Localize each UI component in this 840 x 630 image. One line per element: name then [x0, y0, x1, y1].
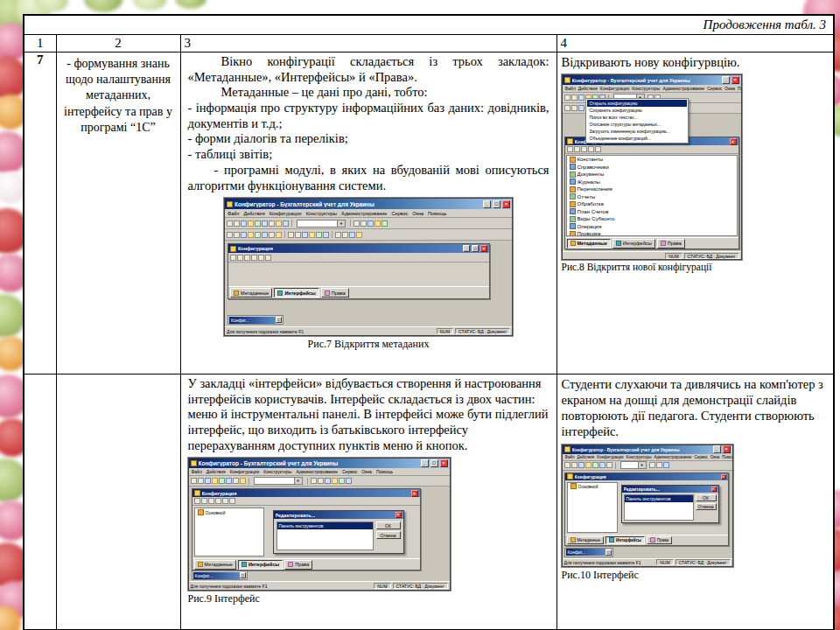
toolbar-icon	[309, 232, 315, 238]
toolbar-icon	[564, 462, 570, 468]
row8-content-cell: У закладці «інтерфейси» відбувається ств…	[180, 374, 556, 630]
close-icon: ×	[502, 200, 510, 208]
configuration-tabs: Метаданные Интерфейсы Права	[228, 286, 489, 298]
tree-item: Основной	[568, 483, 617, 491]
toolbar-icon	[222, 498, 228, 504]
status-db: СТАТУС: БД , Документ	[455, 328, 510, 334]
tab-metadata: Метаданные	[567, 536, 605, 544]
toolbar-icon	[251, 255, 257, 261]
toolbar-icon	[599, 462, 606, 468]
dialog-titlebar: Редактировать... ×	[622, 486, 718, 493]
tree-item: Документы	[567, 171, 737, 178]
paragraph: - таблиці звітів;	[188, 147, 550, 163]
interfaces-icon	[277, 290, 283, 296]
close-icon: ×	[730, 138, 737, 145]
child-window-title: Конфигурация	[238, 246, 461, 251]
toolbar-icon	[240, 478, 246, 484]
mdi-client-area: Конфигурация × Основной Редактировать...…	[563, 471, 732, 558]
child-window-body: Основной Редактировать... × Панель инстр…	[192, 506, 420, 558]
dialog-buttons: ОК Отмена	[376, 522, 401, 550]
toolbar-icon	[283, 220, 289, 227]
table-row-7: 7 - формування знань щодо налаштування м…	[24, 52, 834, 374]
status-num: NUM	[374, 583, 390, 589]
toolbar-icon	[234, 232, 240, 238]
toolbar-icon	[318, 478, 324, 484]
window-titlebar: Конфигуратор - Бухгалтерский учет для Ук…	[563, 445, 732, 454]
toolbar-icon	[208, 498, 214, 504]
toolbar-icon	[382, 220, 388, 227]
mdi-client-area: Открыть конфигурациюСохранить конфигурац…	[563, 114, 741, 251]
toolbar-icon	[325, 478, 331, 484]
dialog-body: Панель инструментов ОК Отмена	[274, 519, 403, 553]
toolbar-icon	[564, 94, 570, 101]
close-icon: ×	[711, 486, 717, 492]
toolbar-icon	[288, 232, 294, 238]
tab-metadata: Метаданные	[567, 239, 611, 248]
interface-tree: Основной	[194, 508, 264, 556]
menu-item: Файл	[228, 211, 240, 216]
toolbar-icon	[205, 478, 211, 484]
dropdown-menu-item: Поиск во всех текстах...	[587, 114, 687, 121]
ok-button: ОК	[696, 494, 717, 501]
child-window-toolbar	[192, 497, 420, 506]
toolbar-icon	[262, 220, 268, 227]
dialog-title: Редактировать...	[276, 513, 394, 518]
toolbar-icon	[323, 232, 329, 238]
menu-item: Администрирование	[341, 211, 387, 216]
toolbar-icon	[649, 462, 655, 468]
toolbar-icon	[215, 498, 221, 504]
tree-item: Проводка	[567, 230, 737, 236]
configuration-tabs: Метаданные Интерфейсы Права	[192, 558, 420, 570]
toolbar-icon	[227, 220, 233, 227]
tab-rights: Права	[657, 239, 685, 248]
tab-rights: Права	[284, 560, 312, 570]
status-hint: Для получения подсказки нажмите F1	[191, 584, 268, 589]
toolbar-icon	[564, 105, 570, 111]
dropdown-menu-item: Загрузить измененную конфигурацию...	[587, 128, 687, 135]
menu-item: Окна	[724, 86, 735, 91]
menu-item: Администрирование	[296, 469, 338, 474]
restore-icon: □	[240, 572, 246, 578]
toolbar-icon	[226, 478, 232, 484]
toolbar-icon	[295, 232, 301, 238]
toolbar-icon	[244, 255, 250, 261]
menu-bar: ФайлДействияКонфигурацииКонструкторыАдми…	[563, 454, 732, 461]
toolbar-icon	[269, 220, 275, 227]
tab-interfaces: Интерфейсы	[238, 560, 283, 570]
toolbar-icon	[332, 478, 338, 484]
metadata-tree: КонстантыСправочникиДокументыЖурналыПере…	[566, 155, 738, 236]
toolbar-icon	[316, 232, 322, 238]
app-icon	[227, 201, 233, 207]
toolbar-icon	[356, 232, 362, 238]
tree-item: Журналы	[567, 178, 737, 186]
tab-label: Метаданные	[578, 241, 607, 246]
toolbar-icon	[269, 232, 275, 238]
tab-label: Интерфейсы	[284, 290, 315, 296]
interfaces-icon	[616, 241, 621, 246]
table-header-row: 1 2 3 4	[24, 35, 834, 52]
dialog-list: Панель инструментов	[276, 522, 374, 550]
figure-9: Конфигуратор - Бухгалтерский учет для Ук…	[188, 458, 550, 606]
configuration-tabs: Метаданные Интерфейсы Права	[565, 535, 728, 545]
window-titlebar: Конфигуратор - Бухгалтерский учет для Ук…	[189, 458, 450, 468]
configuration-child-window: Конфигурация _ □ × Метаданные Интерфейсы…	[228, 243, 490, 299]
close-icon: ×	[723, 445, 731, 453]
menu-item: Администрирование	[662, 86, 704, 91]
minimized-window: Конфиг... □	[192, 570, 248, 580]
menu-item: Конфигурации	[270, 211, 302, 216]
tab-label: Метаданные	[578, 538, 601, 542]
toolbar-icon	[191, 478, 197, 484]
toolbar-standard	[225, 218, 512, 229]
menu-item: Сервис	[342, 469, 357, 474]
minimize-icon: _	[463, 245, 470, 252]
dropdown-menu-item: Сохранить конфигурацию	[587, 107, 687, 114]
menu-item: Помощь	[738, 86, 741, 91]
menu-item: Действия	[244, 211, 265, 216]
edit-dialog: Редактировать... × Панель инструментов	[273, 510, 404, 554]
toolbar-configuration	[225, 229, 512, 241]
tab-interfaces: Интерфейсы	[612, 239, 655, 248]
menu-item: Сервис	[391, 211, 408, 216]
mdi-client-area: Конфигурация × Основной Редактировать...…	[189, 486, 450, 581]
toolbar-icon	[248, 220, 254, 227]
tab-rights: Права	[647, 536, 672, 544]
